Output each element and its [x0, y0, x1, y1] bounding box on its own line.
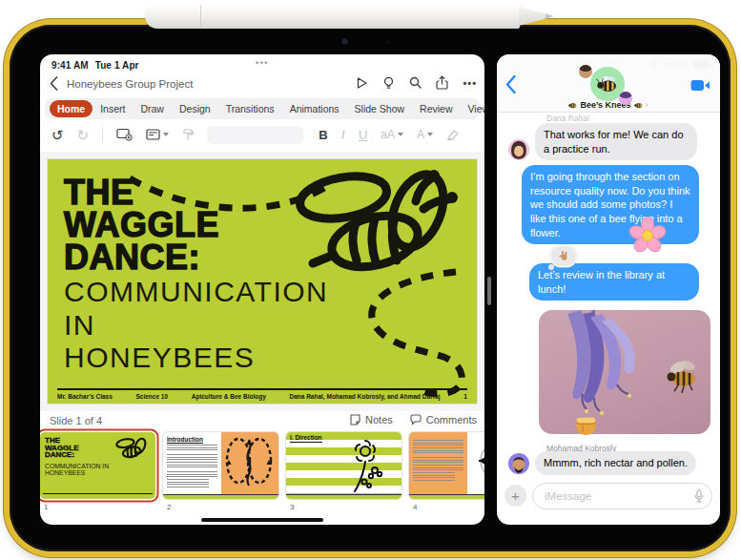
- more-menu-icon[interactable]: •••: [463, 77, 477, 89]
- group-member-avatar-1[interactable]: [579, 65, 592, 78]
- tab-design[interactable]: Design: [172, 100, 218, 117]
- slide-count-label: Slide 1 of 4: [50, 415, 102, 426]
- mini-slide-subtitle: COMMUNICATION IN HONEYBEES: [45, 463, 121, 477]
- tab-insert[interactable]: Insert: [93, 100, 133, 117]
- flower-sticker: [628, 217, 667, 259]
- slide-status-row: Slide 1 of 4 Notes Comments: [40, 413, 484, 430]
- thumbnail-number: 1: [44, 503, 48, 511]
- text-size-icon[interactable]: aA: [381, 128, 403, 141]
- plus-button[interactable]: +: [504, 485, 526, 507]
- search-icon[interactable]: [409, 76, 422, 89]
- tab-view[interactable]: View: [461, 100, 484, 117]
- tab-slideshow[interactable]: Slide Show: [347, 100, 413, 117]
- flower-doodle: [339, 438, 388, 495]
- message-input-bar: +: [497, 483, 720, 511]
- tab-review[interactable]: Review: [412, 100, 460, 117]
- bee-icon: [568, 102, 577, 109]
- bee-icon: [595, 74, 620, 93]
- formatting-toolbar: ↺ ↻ B I U aA A: [40, 121, 484, 148]
- ribbon-tab-bar: Home Insert Draw Design Transitions Anim…: [45, 98, 480, 119]
- slide-1-editor[interactable]: THE WAGGLE DANCE: COMMUNICATION IN HONEY…: [48, 159, 477, 404]
- hand-drawn-bee-illustration: [284, 161, 475, 285]
- tab-transitions[interactable]: Transitions: [218, 100, 282, 117]
- conversation-header: Bee’s Knees ›: [497, 54, 720, 113]
- status-time: 9:41 AM: [51, 60, 89, 71]
- highlighter-icon[interactable]: [446, 129, 460, 140]
- thumbnail-number: 4: [413, 503, 417, 511]
- thumbnail-slide-3[interactable]: I. Direction: [286, 432, 401, 499]
- thumbnail-number: 3: [290, 503, 294, 511]
- facetime-video-icon[interactable]: [690, 78, 710, 95]
- footer-course: Science 10: [135, 393, 168, 400]
- apple-pencil-point: [545, 13, 553, 19]
- slide-canvas: THE WAGGLE DANCE: COMMUNICATION IN HONEY…: [40, 152, 484, 411]
- direction-angle-diagram: [467, 432, 485, 493]
- slide-footer: Mr. Bachar’s Class Science 10 Apiculture…: [57, 388, 467, 400]
- photo-message-bee-flower[interactable]: [539, 310, 710, 434]
- font-color-icon[interactable]: A: [417, 128, 433, 141]
- comments-icon: [410, 414, 422, 425]
- italic-icon[interactable]: I: [341, 127, 345, 142]
- tapback-love-you-gesture[interactable]: [550, 245, 577, 267]
- group-name-row[interactable]: Bee’s Knees ›: [497, 100, 720, 110]
- thumbnail-3-heading: I. Direction: [290, 434, 322, 443]
- thumbnail-2-heading: Introduction: [167, 436, 221, 443]
- split-view-divider-handle[interactable]: [487, 277, 491, 305]
- message-received: Mmmm, rich nectar and pollen.: [535, 451, 696, 475]
- home-indicator[interactable]: [201, 518, 323, 523]
- chevron-right-icon: ›: [646, 100, 648, 110]
- apple-pencil-cap-line: [200, 5, 201, 28]
- multitasking-dots-left[interactable]: •••: [256, 58, 269, 68]
- comments-button[interactable]: Comments: [410, 414, 477, 425]
- footer-page-number: 1: [463, 393, 467, 400]
- notes-icon: [350, 414, 360, 425]
- tab-home[interactable]: Home: [50, 100, 93, 117]
- powerpoint-window: 9:41 AMTue 1 Apr ••• Honeybees Group Pro…: [40, 54, 484, 525]
- message-sent: I’m going through the section on resourc…: [522, 165, 699, 244]
- imessage-input[interactable]: [543, 485, 671, 508]
- slideshow-play-icon[interactable]: [355, 76, 368, 90]
- share-icon[interactable]: [436, 75, 448, 90]
- ipad-device: 9:41 AMTue 1 Apr ••• Honeybees Group Pro…: [10, 25, 731, 551]
- front-camera: [341, 38, 348, 45]
- group-member-avatar-2[interactable]: [619, 92, 632, 105]
- imessage-field[interactable]: [532, 483, 712, 509]
- font-color-caret-icon: [427, 133, 433, 136]
- thumbnail-strip: THE WAGGLE DANCE: COMMUNICATION IN HONEY…: [40, 432, 484, 520]
- designer-lightbulb-icon[interactable]: [382, 76, 395, 90]
- status-bar-left: 9:41 AMTue 1 Apr: [51, 60, 139, 71]
- thumbnail-slide-4[interactable]: [409, 432, 484, 499]
- bee-icon: [634, 102, 643, 109]
- sender-label: Dana Rahal: [546, 114, 589, 123]
- mini-bee-icon: [113, 436, 152, 461]
- thumbnail-slide-2[interactable]: Introduction: [163, 432, 278, 499]
- underline-icon[interactable]: U: [359, 128, 367, 142]
- apple-pencil-tip: [519, 7, 547, 26]
- avatar-mohamad[interactable]: [508, 453, 529, 474]
- waggle-dance-diagram: [221, 432, 277, 491]
- back-chevron-icon[interactable]: [505, 75, 516, 97]
- bold-icon[interactable]: B: [319, 128, 327, 142]
- message-sent: Let’s review in the library at lunch!: [529, 263, 699, 301]
- avatar-dana[interactable]: [508, 139, 529, 160]
- new-slide-icon[interactable]: [116, 128, 133, 141]
- tab-animations[interactable]: Animations: [282, 100, 347, 117]
- tab-draw[interactable]: Draw: [133, 100, 172, 117]
- back-chevron-icon[interactable]: [50, 76, 58, 91]
- thumbnail-number: 2: [167, 503, 171, 511]
- mini-slide-title: THE WAGGLE DANCE:: [45, 437, 79, 459]
- message-received: That works for me! We can do a practice …: [535, 123, 697, 160]
- text-size-caret-icon: [398, 133, 403, 136]
- notes-button[interactable]: Notes: [350, 414, 393, 425]
- thumbnail-slide-1[interactable]: THE WAGGLE DANCE: COMMUNICATION IN HONEY…: [40, 432, 155, 499]
- flower-photo: [539, 310, 710, 434]
- messages-window: ••• 100%: [497, 54, 720, 525]
- toolbar-divider: [102, 127, 103, 142]
- format-painter-icon[interactable]: [182, 129, 194, 141]
- redo-icon[interactable]: ↻: [77, 128, 90, 142]
- microphone-icon[interactable]: [694, 489, 704, 507]
- font-name-field[interactable]: [207, 126, 303, 144]
- undo-icon[interactable]: ↺: [51, 128, 64, 142]
- powerpoint-nav-bar: Honeybees Group Project •••: [40, 72, 484, 96]
- layout-icon[interactable]: [146, 129, 169, 140]
